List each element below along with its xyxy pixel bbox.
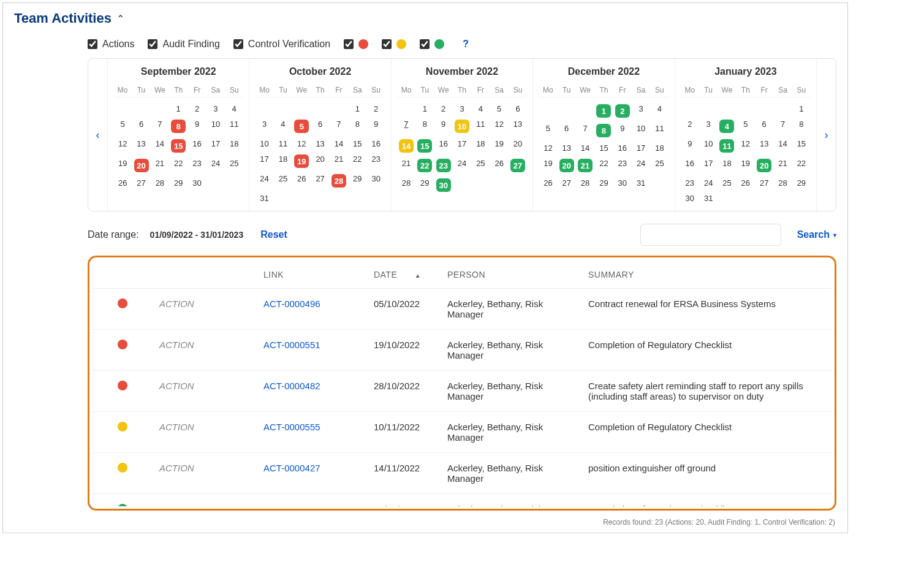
calendar-day[interactable] [453,175,471,195]
collapse-icon[interactable]: ⌃ [116,13,124,25]
calendar-day[interactable]: 12 [737,136,754,156]
calendar-day[interactable]: 17 [453,136,471,156]
calendar-day[interactable] [311,101,328,116]
calendar-day[interactable]: 27 [755,175,773,191]
calendar-day[interactable]: 9 [435,116,452,136]
calendar-day[interactable]: 23 [367,151,384,171]
calendar-day[interactable]: 14 [398,136,415,156]
calendar-day[interactable]: 13 [509,116,526,136]
calendar-day[interactable]: 13 [132,136,150,156]
calendar-day[interactable]: 15 [170,136,187,156]
calendar-day[interactable] [700,101,717,116]
calendar-day[interactable]: 19 [539,156,556,175]
calendar-day[interactable]: 22 [595,156,612,175]
calendar-day[interactable]: 30 [367,171,384,191]
calendar-day[interactable]: 30 [681,191,699,206]
calendar-day[interactable] [539,101,556,121]
calendar-day[interactable] [472,175,489,195]
calendar-day[interactable] [737,191,754,206]
calendar-day[interactable] [275,101,292,116]
calendar-day[interactable]: 6 [132,116,150,136]
calendar-day[interactable]: 1 [416,101,433,116]
calendar-day[interactable]: 28 [151,175,169,191]
marked-day-red[interactable]: 20 [134,159,149,172]
calendar-day[interactable]: 19 [114,156,131,175]
calendar-day[interactable] [132,101,150,116]
calendar-day[interactable]: 1 [793,101,810,116]
calendar-day[interactable] [774,191,791,206]
calendar-day[interactable] [275,191,292,206]
calendar-day[interactable]: 21 [577,156,594,175]
calendar-day[interactable]: 26 [539,175,556,191]
calendar-day[interactable]: 10 [453,116,471,136]
calendar-day[interactable]: 3 [256,116,273,136]
row-link[interactable]: ACT-0000482 [263,381,320,391]
calendar-day[interactable]: 8 [595,121,612,140]
calendar-day[interactable]: 17 [700,156,717,175]
calendar-day[interactable]: 3 [453,101,471,116]
calendar-day[interactable] [577,101,594,121]
calendar-day[interactable]: 3 [700,116,717,136]
calendar-prev-button[interactable]: ‹ [88,59,108,211]
calendar-day[interactable] [509,175,526,195]
calendar-day[interactable]: 11 [651,121,668,140]
calendar-day[interactable]: 11 [275,136,292,151]
marked-day-green[interactable]: 27 [510,159,525,172]
calendar-day[interactable] [207,175,224,191]
calendar-day[interactable] [398,101,415,116]
calendar-day[interactable]: 6 [509,101,526,116]
calendar-day[interactable]: 25 [275,171,292,191]
calendar-day[interactable]: 4 [472,101,489,116]
calendar-day[interactable]: 16 [681,156,699,175]
calendar-day[interactable] [330,101,347,116]
calendar-day[interactable]: 10 [256,136,273,151]
filter-actions-checkbox[interactable] [88,39,97,49]
calendar-day[interactable]: 11 [718,136,735,156]
calendar-day[interactable]: 23 [681,175,699,191]
calendar-day[interactable]: 8 [793,116,810,136]
calendar-day[interactable]: 23 [614,156,631,175]
calendar-day[interactable]: 12 [293,136,310,151]
calendar-day[interactable] [349,191,366,206]
calendar-day[interactable] [755,191,773,206]
calendar-day[interactable]: 12 [491,116,508,136]
marked-day-red[interactable]: 5 [294,120,309,133]
calendar-day[interactable]: 27 [132,175,150,191]
calendar-day[interactable]: 3 [207,101,224,116]
calendar-day[interactable]: 7 [774,116,791,136]
marked-day-red[interactable]: 19 [294,154,309,168]
calendar-day[interactable] [651,175,668,191]
calendar-day[interactable]: 2 [435,101,452,116]
calendar-day[interactable]: 12 [114,136,131,156]
calendar-day[interactable]: 26 [491,156,508,175]
calendar-day[interactable] [681,101,699,116]
calendar-day[interactable]: 28 [330,171,347,191]
calendar-day[interactable]: 17 [256,151,273,171]
help-icon[interactable]: ? [458,39,474,50]
filter-red[interactable] [344,39,368,49]
calendar-day[interactable]: 14 [577,140,594,156]
calendar-day[interactable]: 26 [293,171,310,191]
calendar-next-button[interactable]: › [816,59,836,211]
calendar-day[interactable]: 31 [256,191,273,206]
calendar-day[interactable]: 2 [614,101,631,121]
calendar-day[interactable]: 14 [330,136,347,151]
calendar-day[interactable]: 2 [681,116,699,136]
calendar-day[interactable]: 6 [311,116,328,136]
calendar-day[interactable]: 19 [293,151,310,171]
filter-green[interactable] [420,39,444,49]
marked-day-green[interactable]: 1 [596,104,611,118]
calendar-day[interactable]: 29 [595,175,612,191]
calendar-day[interactable]: 2 [367,101,384,116]
calendar-day[interactable]: 13 [558,140,575,156]
calendar-day[interactable] [225,175,243,191]
marked-day-green[interactable]: 21 [578,159,593,172]
calendar-day[interactable]: 23 [435,156,452,175]
calendar-day[interactable] [151,101,169,116]
calendar-day[interactable]: 16 [367,136,384,151]
th-type[interactable] [153,261,257,289]
calendar-day[interactable] [793,191,810,206]
calendar-day[interactable]: 9 [681,136,699,156]
marked-day-red[interactable]: 28 [331,174,346,188]
calendar-day[interactable]: 14 [151,136,169,156]
